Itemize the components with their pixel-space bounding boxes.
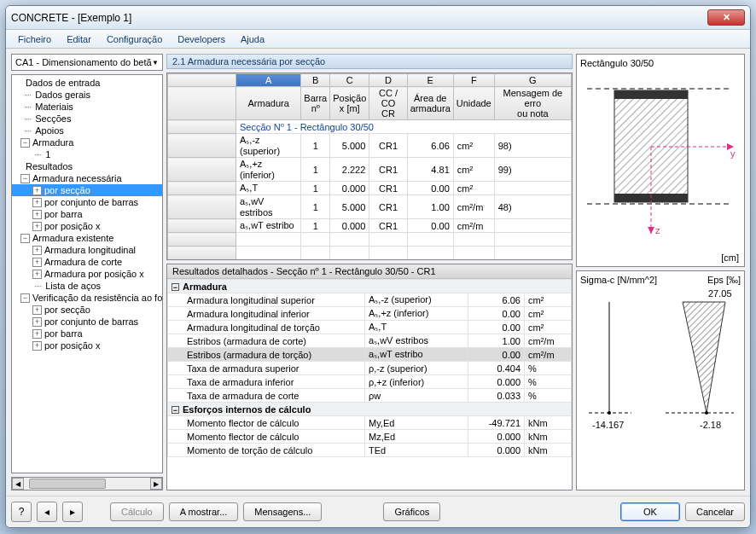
detail-row[interactable]: Momento de torção de cálculoTEd0.000kNm [168,444,572,457]
dropdown-value: CA1 - Dimensionamento do betã [15,57,152,67]
tree-item-por-seccao[interactable]: +por secção [12,184,162,196]
menu-ficheiro[interactable]: Ficheiro [11,32,58,46]
detail-row[interactable]: Taxa de armadura inferiorρ,+z (inferior)… [168,375,572,389]
case-dropdown[interactable]: CA1 - Dimensionamento do betã ▼ [11,54,163,71]
svg-rect-4 [614,90,688,99]
detail-row[interactable]: Taxa de armadura superiorρ,-z (superior)… [168,362,572,375]
sigma-label: Sigma-c [N/mm^2] [580,275,657,285]
detail-row[interactable]: Estribos (armadura de torção)aₛ,wT estri… [168,348,572,362]
results-grid[interactable]: A B C D E F G Armadura Barranº Posiçãox … [166,73,573,260]
preview-unit: [cm] [721,252,739,263]
detail-row[interactable]: Momento flector de cálculoMy,Ed-49.721kN… [168,416,572,430]
menu-config[interactable]: Configuração [100,32,169,46]
svg-text:-2.18: -2.18 [700,420,721,430]
menu-ajuda[interactable]: Ajuda [234,32,271,46]
table-row[interactable]: Aₛ,+z (inferior)12.222CR14.81cm²99) [168,158,572,182]
scroll-left-icon[interactable]: ◀ [12,478,24,490]
section-preview: Rectângulo 30/50 y [576,54,745,267]
nav-tree[interactable]: Dados de entrada ····Dados gerais ····Ma… [11,74,163,473]
svg-point-16 [608,411,611,415]
preview-title: Rectângulo 30/50 [580,58,741,68]
close-button[interactable]: ✕ [707,9,745,26]
section-title: 2.1 Armadura necessária por secção [166,54,573,69]
stress-strain-diagram: Sigma-c [N/mm^2] Eps [‰] 27.05 [576,270,745,490]
detail-row[interactable]: Armadura longitudinal de torçãoAₛ,T0.00c… [168,321,572,334]
scroll-thumb[interactable] [29,479,106,489]
table-row[interactable]: Aₛ,-z (superior)15.000CR16.06cm²98) [168,134,572,158]
window-title: CONCRETE - [Exemplo 1] [11,12,707,24]
tree-hscroll[interactable]: ◀ ▶ [11,477,163,490]
svg-point-19 [705,411,708,415]
detail-panel[interactable]: Resultados detalhados - Secção nº 1 - Re… [166,264,573,490]
prev-button[interactable]: ◂ [37,502,57,522]
detail-row[interactable]: Armadura longitudinal inferiorAₛ,+z (inf… [168,307,572,321]
detail-row[interactable]: Armadura longitudinal superiorAₛ,-z (sup… [168,293,572,307]
detail-row[interactable]: Estribos (armadura de corte)aₛ,wV estrib… [168,334,572,348]
table-row[interactable]: aₛ,wT estribo10.000CR10.00cm²/m [168,219,572,233]
mensagens-button[interactable]: Mensagens... [243,502,322,521]
scroll-right-icon[interactable]: ▶ [150,478,162,490]
footer: ? ◂ ▸ Cálculo A mostrar... Mensagens... … [6,496,750,527]
detail-title: Resultados detalhados - Secção nº 1 - Re… [167,264,572,279]
help-button[interactable]: ? [11,502,32,522]
svg-text:27.05: 27.05 [708,288,732,299]
calculo-button[interactable]: Cálculo [110,502,164,521]
a-mostrar-button[interactable]: A mostrar... [169,502,239,521]
table-row[interactable]: aₛ,wV estribos15.000CR11.00cm²/m48) [168,195,572,219]
menu-editar[interactable]: Editar [60,32,98,46]
graficos-button[interactable]: Gráficos [383,502,440,521]
detail-row[interactable]: Taxa de armadura de corteρw0.033% [168,389,572,403]
detail-row[interactable]: Momento flector de cálculoMz,Ed0.000kNm [168,430,572,444]
table-row[interactable]: Aₛ,T10.000CR10.00cm² [168,182,572,195]
cancelar-button[interactable]: Cancelar [685,502,745,521]
svg-text:z: z [655,225,660,235]
ok-button[interactable]: OK [620,502,680,521]
svg-text:y: y [730,148,736,159]
menu-developers[interactable]: Developers [171,32,232,46]
svg-marker-17 [683,302,725,413]
eps-label: Eps [‰] [707,275,741,285]
svg-text:-14.167: -14.167 [592,420,624,430]
svg-marker-10 [648,227,654,234]
menubar: Ficheiro Editar Configuração Developers … [6,30,750,49]
titlebar: CONCRETE - [Exemplo 1] ✕ [6,6,750,30]
chevron-down-icon: ▼ [152,59,159,67]
next-button[interactable]: ▸ [62,502,83,522]
